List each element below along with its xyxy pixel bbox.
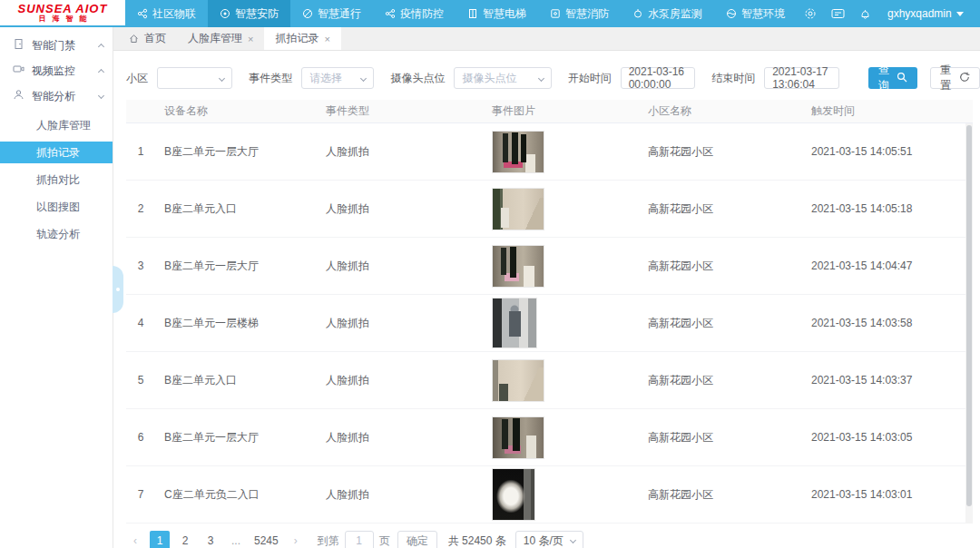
chevron-up-icon [98,69,104,75]
user-menu[interactable]: gxhyxqadmin [878,7,973,20]
table-row[interactable]: 5 B座二单元入口 人脸抓拍 高新花园小区 2021-03-15 14:03:3… [126,352,973,409]
column-header-community: 小区名称 [639,100,802,122]
sidebar-collapse-handle[interactable] [113,266,123,313]
sidebar-item-search-by-image[interactable]: 以图搜图 [0,196,113,218]
table-row[interactable]: 4 B座二单元一层楼梯 人脸抓拍 高新花园小区 2021-03-15 14:03… [126,295,973,352]
pagination-bar: ‹ 1 2 3 ... 5245 › 到第 1 页 确定 共 52450 条 1… [113,524,980,548]
fullscreen-icon[interactable] [973,0,980,27]
event-snapshot-image[interactable] [492,188,544,230]
device-name: B座二单元一层大厅 [155,238,317,294]
nav-item-environment[interactable]: 智慧环境 [714,0,797,27]
table-row[interactable]: 6 B座二单元一层大厅 人脸抓拍 高新花园小区 2021-03-15 14:03… [126,409,973,466]
nav-item-pump-room[interactable]: 水泵房监测 [621,0,714,27]
search-button-label: 查询 [878,63,893,93]
trigger-time: 2021-03-15 14:03:58 [802,295,973,351]
table-row[interactable]: 1 B座二单元一层大厅 人脸抓拍 高新花园小区 2021-03-15 14:05… [126,123,973,181]
nav-item-label: 智慧消防 [565,6,609,22]
brand-logo-subtext: 日海智能 [39,15,93,24]
event-snapshot-image[interactable] [492,416,544,459]
nav-item-epidemic[interactable]: 疫情防控 [373,0,456,27]
reset-button[interactable]: 重置 [930,67,980,89]
close-icon[interactable]: × [248,34,253,44]
sidebar-item-trajectory-analysis[interactable]: 轨迹分析 [0,223,113,245]
sidebar-group-smart-analysis[interactable]: 智能分析 [0,83,113,109]
content-panel: 小区 事件类型 请选择 摄像头点位 摄像头点位 开 [113,51,980,548]
page-size-select[interactable]: 10 条/页 [515,531,583,548]
reset-icon [959,72,970,85]
community-name: 高新花园小区 [639,295,802,351]
sidebar-group-door-access[interactable]: 智能门禁 [0,33,113,58]
event-snapshot-image[interactable] [492,468,535,521]
chevron-down-icon [219,75,225,82]
event-snapshot-image[interactable] [492,359,544,402]
sidebar-item-capture-compare[interactable]: 抓拍对比 [0,169,113,191]
notification-bell-icon[interactable] [851,0,878,27]
event-type-filter-label: 事件类型 [249,71,292,86]
tab-home[interactable]: 首页 [118,27,177,50]
brand-logo: SUNSEA AIOT 日海智能 [0,0,125,25]
nav-item-label: 智慧环境 [741,6,785,22]
nav-item-community-iot[interactable]: 社区物联 [125,0,208,27]
table-row[interactable]: 3 B座二单元一层大厅 人脸抓拍 高新花园小区 2021-03-15 14:04… [126,238,973,295]
column-header-device: 设备名称 [155,100,317,122]
camera-select[interactable]: 摄像头点位 [454,67,551,89]
next-page-icon[interactable]: › [287,531,305,548]
column-header-image: 事件图片 [483,100,639,122]
event-type-select[interactable]: 请选择 [301,67,374,89]
column-header-time: 触发时间 [802,100,973,122]
page-button-last[interactable]: 5245 [251,531,281,548]
door-icon [13,38,24,53]
event-snapshot-image[interactable] [492,131,544,173]
page-button-2[interactable]: 2 [175,531,195,548]
page-button-1[interactable]: 1 [150,531,170,548]
username-label: gxhyxqadmin [887,7,952,20]
device-name: B座二单元一层楼梯 [155,295,317,351]
community-name: 高新花园小区 [639,409,802,465]
search-button[interactable]: 查询 [868,67,918,89]
sidebar-item-capture-records[interactable]: 抓拍记录 [0,142,113,163]
goto-page-input[interactable]: 1 [345,531,374,548]
chevron-down-icon [956,12,964,16]
community-select[interactable] [157,67,232,89]
device-name: B座二单元入口 [155,181,317,237]
chevron-down-icon [98,92,104,98]
event-type-placeholder: 请选择 [309,71,342,86]
total-count-label: 共 52450 条 [448,533,506,548]
main-area: 首页 人脸库管理 × 抓拍记录 × 小区 [113,27,980,548]
page-size-value: 10 条/页 [524,533,564,548]
page-unit-label: 页 [379,533,390,548]
home-icon [129,34,139,44]
nav-item-security[interactable]: 智慧安防 [208,0,290,27]
nav-item-elevator[interactable]: 智慧电梯 [456,0,538,27]
nav-item-label: 水泵房监测 [648,6,702,22]
tab-label: 抓拍记录 [275,31,318,46]
capture-records-table: 设备名称 事件类型 事件图片 小区名称 触发时间 1 B座二单元一层大厅 人脸抓… [126,100,973,524]
message-card-icon[interactable] [824,0,851,27]
column-header-event-type: 事件类型 [317,100,483,122]
close-icon[interactable]: × [324,34,329,44]
chevron-down-icon [360,75,367,82]
index-column-header [126,100,155,122]
settings-gear-icon[interactable] [797,0,824,27]
event-snapshot-image[interactable] [492,245,544,288]
page-button-3[interactable]: 3 [201,531,220,548]
tab-strip: 首页 人脸库管理 × 抓拍记录 × [113,27,980,51]
start-time-input[interactable]: 2021-03-16 00:00:00 [621,67,696,89]
goto-confirm-button[interactable]: 确定 [397,531,437,548]
sidebar-item-face-library[interactable]: 人脸库管理 [0,114,113,136]
tab-capture-records[interactable]: 抓拍记录 × [264,27,340,50]
scrollbar-thumb[interactable] [966,125,972,506]
nav-item-access[interactable]: 智慧通行 [290,0,373,27]
sidebar-group-video-monitor[interactable]: 视频监控 [0,58,113,83]
event-type: 人脸抓拍 [317,409,483,465]
tab-face-library[interactable]: 人脸库管理 × [177,27,264,50]
prev-page-icon[interactable]: ‹ [126,531,144,548]
event-snapshot-image[interactable] [492,298,537,348]
end-time-input[interactable]: 2021-03-17 13:06:04 [764,67,839,89]
page-ellipsis: ... [226,531,246,548]
table-row[interactable]: 7 C座二单元负二入口 人脸抓拍 高新花园小区 2021-03-15 14:03… [126,466,973,524]
table-row[interactable]: 2 B座二单元入口 人脸抓拍 高新花园小区 2021-03-15 14:05:1… [126,181,973,238]
table-scrollbar[interactable] [965,123,973,524]
trigger-time: 2021-03-15 14:03:37 [802,352,973,408]
nav-item-fire[interactable]: 智慧消防 [538,0,621,27]
